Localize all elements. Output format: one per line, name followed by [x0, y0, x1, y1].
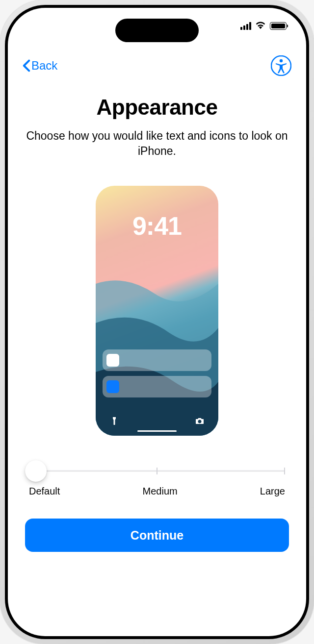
camera-icon [195, 416, 205, 426]
preview-wrapper: 9:41 [96, 186, 218, 436]
page-title: Appearance [97, 95, 218, 120]
accessibility-icon[interactable] [271, 55, 291, 76]
slider-labels: Default Medium Large [29, 486, 285, 497]
battery-icon [270, 22, 287, 30]
back-label: Back [31, 59, 57, 73]
slider-tick-medium [157, 468, 157, 474]
preview-notifications [103, 349, 211, 397]
flashlight-icon [109, 416, 119, 426]
device-frame: Back Appearance Choose how you would lik… [0, 0, 314, 644]
dynamic-island [115, 19, 199, 42]
cellular-signal-icon [240, 22, 251, 30]
notification-app-icon [106, 380, 119, 393]
notification-card [103, 376, 211, 397]
chevron-left-icon [23, 59, 30, 72]
home-indicator [137, 430, 177, 432]
slider-tick-large [284, 468, 285, 474]
slider-label-large: Large [260, 486, 285, 497]
nav-bar: Back [8, 51, 306, 80]
device-inner: Back Appearance Choose how you would lik… [5, 5, 309, 639]
slider-section: Default Medium Large [25, 461, 289, 497]
slider-thumb[interactable] [25, 460, 47, 482]
content: Appearance Choose how you would like tex… [8, 95, 306, 636]
slider-label-medium: Medium [143, 486, 178, 497]
text-size-slider[interactable] [29, 461, 285, 481]
preview-bottom-controls [109, 416, 205, 426]
continue-button[interactable]: Continue [25, 519, 289, 552]
screen: Back Appearance Choose how you would lik… [8, 8, 306, 636]
wifi-icon [255, 21, 266, 31]
notification-app-icon [106, 354, 119, 367]
page-subtitle: Choose how you would like text and icons… [25, 128, 289, 159]
preview-time: 9:41 [96, 211, 218, 241]
preview-phone: 9:41 [96, 186, 218, 436]
notification-card [103, 349, 211, 371]
status-bar [240, 21, 287, 31]
back-button[interactable]: Back [23, 59, 57, 73]
slider-label-default: Default [29, 486, 60, 497]
svg-point-1 [280, 59, 283, 62]
